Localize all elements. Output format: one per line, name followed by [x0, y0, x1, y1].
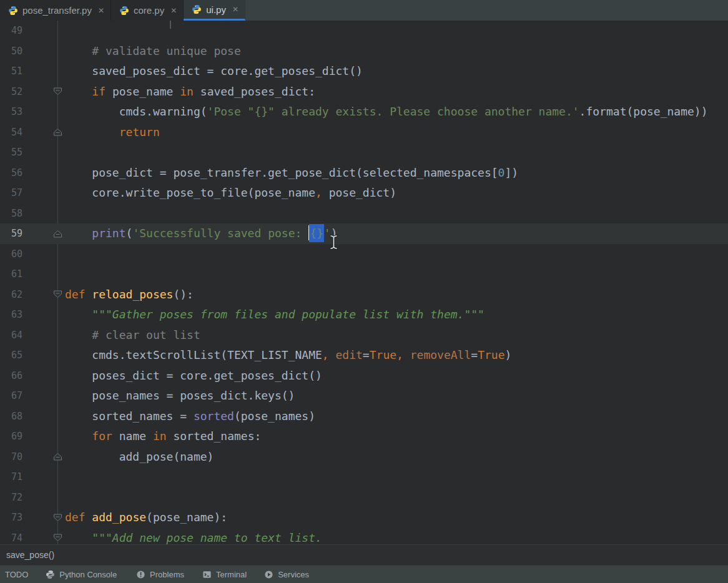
- code-line-60[interactable]: 60: [0, 244, 728, 265]
- code-line-53[interactable]: 53 cmds.warning('Pose "{}" already exist…: [0, 102, 728, 122]
- line-number: 60: [0, 248, 22, 260]
- code-text: pose_names = poses_dict.keys(): [65, 386, 295, 406]
- code-line-71[interactable]: 71: [0, 467, 728, 487]
- code-text: return: [65, 122, 160, 143]
- gutter-fold-column: [22, 325, 65, 346]
- code-line-57[interactable]: 57 core.write_pose_to_file(pose_name, po…: [0, 183, 728, 203]
- tab-label: core.py: [134, 5, 164, 16]
- tab-close-icon[interactable]: ✕: [98, 6, 104, 15]
- tab-close-icon[interactable]: ✕: [232, 5, 239, 14]
- gutter-fold-column: [22, 406, 65, 427]
- code-line-70[interactable]: 70 add_pose(name): [0, 447, 728, 468]
- code-text: poses_dict = core.get_poses_dict(): [65, 366, 322, 386]
- problems-icon: [136, 570, 145, 579]
- tab-pose_transfer-py[interactable]: pose_transfer.py✕: [0, 0, 111, 21]
- code-line-49[interactable]: 49: [0, 21, 728, 41]
- code-text: cmds.textScrollList(TEXT_LIST_NAME, edit…: [65, 345, 511, 366]
- statusbar-item-label: Problems: [150, 570, 184, 579]
- code-line-59[interactable]: 59 print('Successfully saved pose: {}'): [0, 223, 728, 244]
- code-line-51[interactable]: 51 saved_poses_dict = core.get_poses_dic…: [0, 61, 728, 82]
- tab-drag-notch: [170, 21, 171, 29]
- gutter-fold-column: [22, 142, 65, 163]
- code-line-74[interactable]: 74 """Add new pose name to text list.: [0, 528, 728, 545]
- gutter-fold-column: [22, 528, 65, 545]
- statusbar-item-python-console[interactable]: Python Console: [46, 570, 117, 579]
- tab-ui-py[interactable]: ui.py✕: [184, 0, 245, 21]
- code-line-69[interactable]: 69 for name in sorted_names:: [0, 426, 728, 447]
- fold-marker-up-icon[interactable]: [53, 230, 62, 238]
- code-line-55[interactable]: 55: [0, 142, 728, 163]
- statusbar-item-label: Terminal: [216, 570, 247, 579]
- line-number: 61: [0, 268, 22, 280]
- code-line-62[interactable]: 62 def reload_poses():: [0, 285, 728, 305]
- gutter-fold-column: [22, 467, 65, 487]
- breadcrumb-item[interactable]: save_pose(): [6, 550, 54, 560]
- line-number: 73: [0, 512, 22, 523]
- code-line-52[interactable]: 52 if pose_name in saved_poses_dict:: [0, 82, 728, 102]
- python-icon: [8, 6, 18, 16]
- statusbar-item-terminal[interactable]: Terminal: [202, 570, 247, 579]
- gutter-fold-column: [22, 183, 65, 203]
- line-number: 67: [0, 390, 22, 401]
- fold-marker-up-icon[interactable]: [53, 128, 62, 136]
- gutter-fold-column: [22, 487, 65, 508]
- tab-bar: pose_transfer.py✕ core.py✕ ui.py✕: [0, 0, 728, 21]
- gutter-fold-column: [22, 223, 65, 244]
- code-line-64[interactable]: 64 # clear out list: [0, 325, 728, 346]
- line-number: 65: [0, 350, 22, 361]
- line-number: 62: [0, 289, 22, 300]
- line-number: 70: [0, 451, 22, 463]
- gutter-fold-column: [22, 285, 65, 305]
- code-line-73[interactable]: 73 def add_pose(pose_name):: [0, 507, 728, 528]
- code-text: sorted_names = sorted(pose_names): [65, 406, 315, 427]
- gutter-fold-column: [22, 447, 65, 468]
- line-number: 56: [0, 167, 22, 179]
- statusbar-item-services[interactable]: Services: [264, 570, 309, 579]
- code-text: saved_poses_dict = core.get_poses_dict(): [65, 61, 363, 82]
- code-line-56[interactable]: 56 pose_dict = pose_transfer.get_pose_di…: [0, 163, 728, 184]
- gutter-fold-column: [22, 82, 65, 102]
- statusbar-item-todo[interactable]: TODO: [5, 570, 28, 579]
- selected-text: {}: [309, 224, 324, 242]
- line-number: 68: [0, 411, 22, 422]
- gutter-fold-column: [22, 507, 65, 528]
- python-icon: [119, 6, 129, 16]
- gutter-fold-column: [22, 122, 65, 143]
- code-line-54[interactable]: 54 return: [0, 122, 728, 143]
- line-number: 50: [0, 46, 22, 57]
- code-text: if pose_name in saved_poses_dict:: [65, 82, 315, 102]
- tab-close-icon[interactable]: ✕: [170, 6, 177, 15]
- code-line-72[interactable]: 72: [0, 487, 728, 508]
- gutter-fold-column: [22, 426, 65, 447]
- line-number: 49: [0, 25, 22, 36]
- code-text: core.write_pose_to_file(pose_name, pose_…: [65, 183, 396, 203]
- tab-label: pose_transfer.py: [22, 5, 92, 16]
- gutter-fold-column: [22, 203, 65, 224]
- gutter-fold-column: [22, 163, 65, 184]
- fold-marker-down-icon[interactable]: [53, 87, 62, 96]
- code-line-58[interactable]: 58: [0, 203, 728, 224]
- code-line-66[interactable]: 66 poses_dict = core.get_poses_dict(): [0, 366, 728, 386]
- fold-marker-down-icon[interactable]: [53, 534, 62, 542]
- code-line-63[interactable]: 63 """Gather poses from files and popula…: [0, 305, 728, 325]
- statusbar-item-label: Services: [278, 570, 309, 579]
- code-text: # validate unique pose: [65, 41, 241, 62]
- code-text: cmds.warning('Pose "{}" already exists. …: [65, 102, 708, 122]
- code-line-61[interactable]: 61: [0, 264, 728, 285]
- tab-core-py[interactable]: core.py✕: [111, 0, 184, 21]
- fold-marker-up-icon[interactable]: [53, 453, 62, 461]
- code-line-65[interactable]: 65 cmds.textScrollList(TEXT_LIST_NAME, e…: [0, 345, 728, 366]
- line-number: 69: [0, 431, 22, 442]
- code-editor[interactable]: 4950 # validate unique pose51 saved_pose…: [0, 21, 728, 544]
- code-text: add_pose(name): [65, 447, 214, 468]
- code-line-68[interactable]: 68 sorted_names = sorted(pose_names): [0, 406, 728, 427]
- statusbar-item-problems[interactable]: Problems: [136, 570, 184, 579]
- code-text: """Gather poses from files and populate …: [65, 305, 485, 325]
- fold-marker-down-icon[interactable]: [53, 290, 62, 298]
- code-line-50[interactable]: 50 # validate unique pose: [0, 41, 728, 62]
- fold-marker-down-icon[interactable]: [53, 514, 62, 522]
- code-line-67[interactable]: 67 pose_names = poses_dict.keys(): [0, 386, 728, 406]
- gutter-fold-column: [22, 345, 65, 366]
- line-number: 66: [0, 370, 22, 381]
- gutter-fold-column: [22, 305, 65, 325]
